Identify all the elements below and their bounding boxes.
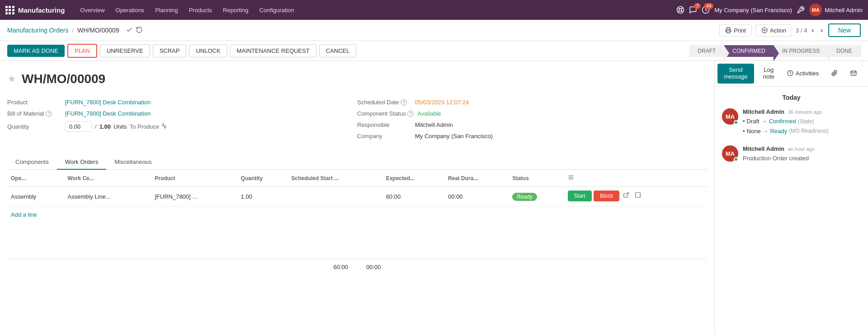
tab-miscellaneous[interactable]: Miscellaneous xyxy=(106,155,160,170)
action-bar: MARK AS DONE PLAN UNRESERVE SCRAP UNLOCK… xyxy=(0,41,868,61)
add-line-section: Add a line xyxy=(7,207,707,223)
component-status-help-icon[interactable]: ? xyxy=(407,111,414,117)
status-draft: DRAFT xyxy=(689,45,724,57)
block-button[interactable]: Block xyxy=(594,191,619,201)
action-label: Action xyxy=(770,27,786,34)
app-name: Manufacturing xyxy=(18,6,65,14)
svg-line-4 xyxy=(681,8,683,9)
online-indicator-2 xyxy=(734,157,738,162)
activities-label: Activities xyxy=(796,70,819,77)
scheduled-date-help-icon[interactable]: ? xyxy=(401,99,407,106)
chatter-feed: Today MA Mitchell Admin 36 minutes ago • xyxy=(715,87,868,335)
new-button[interactable]: New xyxy=(828,23,861,37)
next-page-button[interactable]: › xyxy=(819,25,825,35)
quantity-input[interactable] xyxy=(65,121,92,132)
form-right-section: Scheduled Date ? 05/03/2023 12:07:24 Com… xyxy=(357,99,707,144)
send-message-button[interactable]: Send message xyxy=(717,64,754,84)
component-status-row: Component Status ? Available xyxy=(357,110,689,117)
message-time-2: an hour ago xyxy=(788,146,815,152)
favorite-star-icon[interactable]: ★ xyxy=(7,73,16,85)
today-label: Today xyxy=(722,94,861,101)
cell-scheduled-start xyxy=(288,187,382,207)
message-time-1: 36 minutes ago xyxy=(788,109,822,115)
nav-right-section: 7 44 My Company (San Francisco) MA Mitch… xyxy=(676,4,863,16)
footer-expected: 60:00 xyxy=(333,264,348,270)
attachment-button[interactable] xyxy=(825,61,844,86)
message-changes-1: • Draft → Confirmed (State) • None → Rea… xyxy=(743,117,861,135)
col-work-center: Work Ce... xyxy=(64,170,151,187)
tools-icon[interactable] xyxy=(797,6,805,14)
quantity-unit: Units xyxy=(113,123,127,130)
responsible-row: Responsible Mitchell Admin xyxy=(357,121,689,128)
breadcrumb-actions xyxy=(126,26,143,35)
scrap-row-icon-button[interactable] xyxy=(633,191,643,201)
open-icon-button[interactable] xyxy=(621,191,631,201)
online-indicator xyxy=(734,120,738,125)
cell-status: Ready xyxy=(509,187,564,207)
follower-button[interactable]: 1 xyxy=(863,61,868,86)
maintenance-request-button[interactable]: MAINTENANCE REQUEST xyxy=(230,44,316,57)
activities-icon[interactable]: 44 xyxy=(702,6,710,14)
product-value[interactable]: [FURN_7800] Desk Combination xyxy=(65,99,151,106)
print-button[interactable]: Print xyxy=(719,24,752,37)
table-footer: 60:00 00:00 xyxy=(7,259,707,275)
page-info: 3 / 4 xyxy=(796,27,807,34)
svg-rect-7 xyxy=(727,31,730,33)
cloud-save-icon[interactable] xyxy=(126,26,133,35)
unreserve-button[interactable]: UNRESERVE xyxy=(100,44,150,57)
nav-operations[interactable]: Operations xyxy=(111,4,149,16)
nav-configuration[interactable]: Configuration xyxy=(255,4,298,16)
col-operation: Ope... xyxy=(7,170,64,187)
cell-work-center: Assembly Line... xyxy=(64,187,151,207)
breadcrumb-bar: Manufacturing Orders / WH/MO/00009 Print… xyxy=(0,20,868,41)
quantity-control: / 1.00 Units To Produce xyxy=(65,121,167,132)
grid-icon xyxy=(5,6,14,14)
svg-point-1 xyxy=(679,9,682,11)
message-body-2: Mitchell Admin an hour ago Production Or… xyxy=(743,145,861,163)
chat-badge: 7 xyxy=(694,3,701,9)
chat-icon[interactable]: 7 xyxy=(689,6,697,14)
top-navigation: Manufacturing Overview Operations Planni… xyxy=(0,0,868,20)
quantity-label: Quantity xyxy=(7,123,61,130)
prev-page-button[interactable]: ‹ xyxy=(810,25,816,35)
to-produce-button[interactable]: To Produce xyxy=(130,123,168,130)
breadcrumb-separator: / xyxy=(72,27,74,34)
log-note-button[interactable]: Log note xyxy=(757,61,781,86)
company-value: My Company (San Francisco) xyxy=(415,133,493,140)
scheduled-date-value[interactable]: 05/03/2023 12:07:24 xyxy=(415,99,469,106)
bom-help-icon[interactable]: ? xyxy=(46,111,52,117)
discard-icon[interactable] xyxy=(136,26,143,35)
nav-planning[interactable]: Planning xyxy=(151,4,183,16)
breadcrumb-parent[interactable]: Manufacturing Orders xyxy=(7,27,68,34)
add-line-link[interactable]: Add a line xyxy=(7,207,41,223)
support-icon[interactable] xyxy=(676,6,684,14)
company-label: Company xyxy=(357,133,411,140)
nav-overview[interactable]: Overview xyxy=(75,4,109,16)
start-button[interactable]: Start xyxy=(568,191,592,201)
tab-components[interactable]: Components xyxy=(7,155,57,170)
scrap-button[interactable]: SCRAP xyxy=(153,44,187,57)
action-button[interactable]: Action xyxy=(755,24,792,37)
col-real-duration: Real Dura... xyxy=(444,170,509,187)
email-button[interactable] xyxy=(844,61,863,86)
nav-reporting[interactable]: Reporting xyxy=(218,4,253,16)
work-orders-table: Ope... Work Ce... Product Quantity Sched… xyxy=(7,170,707,207)
message-header-2: Mitchell Admin an hour ago xyxy=(743,145,861,152)
product-label: Product xyxy=(7,99,61,106)
cell-quantity: 1.00 xyxy=(237,187,288,207)
user-menu[interactable]: MA Mitchell Admin xyxy=(809,4,863,16)
app-logo[interactable]: Manufacturing xyxy=(5,6,70,14)
activities-button[interactable]: Activities xyxy=(781,61,825,86)
cancel-button[interactable]: CANCEL xyxy=(319,44,357,57)
message-text-2: Production Order created xyxy=(743,154,861,163)
status-badge: Ready xyxy=(512,193,537,201)
unlock-button[interactable]: UNLOCK xyxy=(189,44,227,57)
tab-work-orders[interactable]: Work Orders xyxy=(57,155,106,170)
plan-button[interactable]: PLAN xyxy=(67,44,97,58)
cell-real-duration: 00:00 xyxy=(444,187,509,207)
nav-products[interactable]: Products xyxy=(184,4,217,16)
responsible-label: Responsible xyxy=(357,121,411,128)
mark-as-done-button[interactable]: MARK AS DONE xyxy=(7,45,65,57)
bom-value[interactable]: [FURN_7800] Desk Combination xyxy=(65,110,151,117)
right-panel: Send message Log note Activities 1 Follo… xyxy=(714,61,868,335)
